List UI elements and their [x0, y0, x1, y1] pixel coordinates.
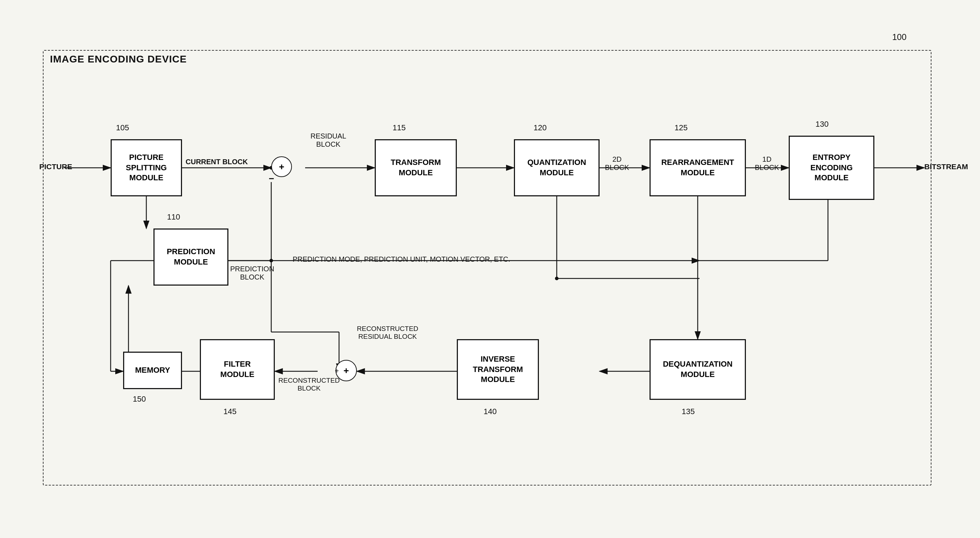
transform-module: TRANSFORM MODULE — [375, 139, 457, 196]
current-block-label: CURRENT BLOCK — [186, 158, 248, 166]
ref-115: 115 — [393, 123, 406, 132]
ref-145: 145 — [223, 407, 237, 416]
picture-label: PICTURE — [39, 162, 72, 171]
ref-130: 130 — [816, 119, 829, 129]
inverse-transform-module: INVERSE TRANSFORM MODULE — [457, 339, 539, 400]
prediction-module: PREDICTION MODULE — [153, 229, 228, 286]
device-label: IMAGE ENCODING DEVICE — [50, 54, 187, 65]
ref-150: 150 — [133, 395, 146, 404]
ref-120: 120 — [533, 123, 547, 132]
entropy-encoding-module: ENTROPY ENCODING MODULE — [789, 136, 874, 200]
ref-125: 125 — [675, 123, 688, 132]
reconstructed-residual-label: RECONSTRUCTEDRESIDUAL BLOCK — [357, 325, 418, 341]
memory-module: MEMORY — [123, 352, 182, 389]
ref-110: 110 — [167, 212, 180, 222]
bitstream-label: BITSTREAM — [924, 162, 968, 171]
ref-105: 105 — [116, 123, 129, 132]
minus-sign-top: − — [269, 173, 274, 184]
plus-bottom-left: + — [335, 367, 339, 375]
2d-block-label: 2DBLOCK — [605, 155, 629, 172]
filter-module: FILTER MODULE — [200, 339, 275, 400]
rearrangement-module: REARRANGEMENT MODULE — [649, 139, 746, 196]
ref-140: 140 — [484, 407, 497, 416]
prediction-block-label: PREDICTIONBLOCK — [230, 265, 274, 281]
dequantization-module: DEQUANTIZATION MODULE — [649, 339, 746, 400]
ref-100: 100 — [892, 32, 907, 42]
1d-block-label: 1DBLOCK — [755, 155, 779, 172]
summing-junction-top: + — [271, 156, 292, 177]
quantization-module: QUANTIZATION MODULE — [514, 139, 600, 196]
reconstructed-block-label: RECONSTRUCTEDBLOCK — [278, 377, 340, 392]
residual-block-label: RESIDUALBLOCK — [310, 132, 346, 148]
ref-135: 135 — [682, 407, 695, 416]
diagram-container: 100 IMAGE ENCODING DEVICE — [29, 29, 949, 511]
picture-splitting-module: PICTURE SPLITTING MODULE — [111, 139, 182, 196]
prediction-mode-label: PREDICTION MODE, PREDICTION UNIT, MOTION… — [293, 255, 510, 263]
